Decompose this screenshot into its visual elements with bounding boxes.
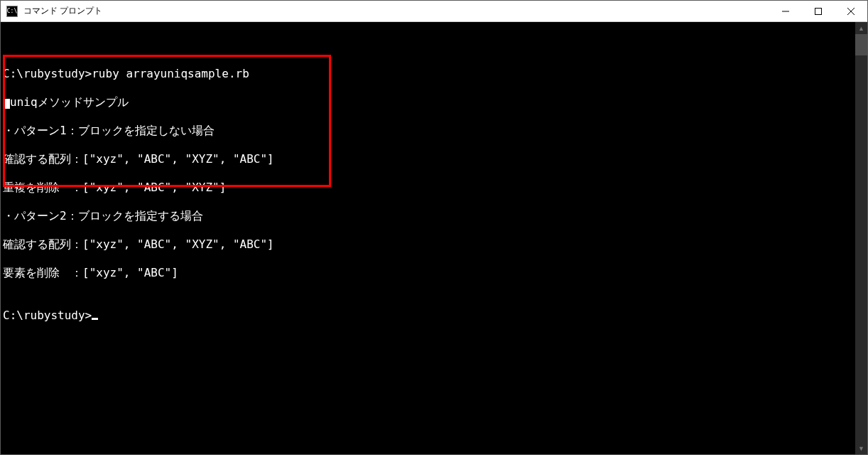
client-area: C:\rubystudy>ruby arrayuniqsample.rb uni… — [1, 22, 867, 454]
console-line: ・パターン1：ブロックを指定しない場合 — [3, 124, 855, 138]
close-button[interactable] — [835, 1, 867, 22]
app-icon: C:\ — [6, 6, 18, 17]
console-line: ・パターン2：ブロックを指定する場合 — [3, 209, 855, 223]
window-title: コマンド プロンプト — [23, 5, 102, 17]
console-prompt-line: C:\rubystudy> — [3, 309, 855, 323]
console-line: 要素を削除 ：["xyz", "ABC"] — [3, 266, 855, 280]
vertical-scrollbar[interactable]: ▲ ▼ — [855, 22, 867, 454]
text-cursor — [92, 318, 98, 320]
console-line: 確認する配列：["xyz", "ABC", "XYZ", "ABC"] — [3, 237, 855, 252]
console-prompt: C:\rubystudy> — [3, 309, 92, 323]
console-line: uniqメソッドサンプル — [3, 95, 855, 109]
maximize-button[interactable] — [802, 1, 835, 22]
scrollbar-down-arrow-icon[interactable]: ▼ — [855, 442, 867, 454]
scrollbar-thumb[interactable] — [855, 34, 867, 55]
console-line: 確認する配列：["xyz", "ABC", "XYZ", "ABC"] — [3, 152, 855, 166]
scrollbar-up-arrow-icon[interactable]: ▲ — [855, 22, 867, 34]
command-prompt-window: C:\ コマンド プロンプト C:\rubystudy>ruby arrayun… — [0, 0, 868, 455]
console-line-command: C:\rubystudy>ruby arrayuniqsample.rb — [3, 67, 855, 81]
svg-rect-1 — [815, 8, 822, 14]
console-output[interactable]: C:\rubystudy>ruby arrayuniqsample.rb uni… — [1, 22, 855, 454]
close-icon — [847, 8, 855, 15]
minimize-button[interactable] — [769, 1, 802, 22]
console-text: uniqメソッドサンプル — [10, 95, 129, 109]
console-line: 重複を削除 ：["xyz", "ABC", "XYZ"] — [3, 181, 855, 195]
titlebar[interactable]: C:\ コマンド プロンプト — [1, 1, 867, 22]
block-glyph-icon — [3, 99, 10, 109]
minimize-icon — [782, 8, 789, 15]
maximize-icon — [815, 8, 822, 15]
